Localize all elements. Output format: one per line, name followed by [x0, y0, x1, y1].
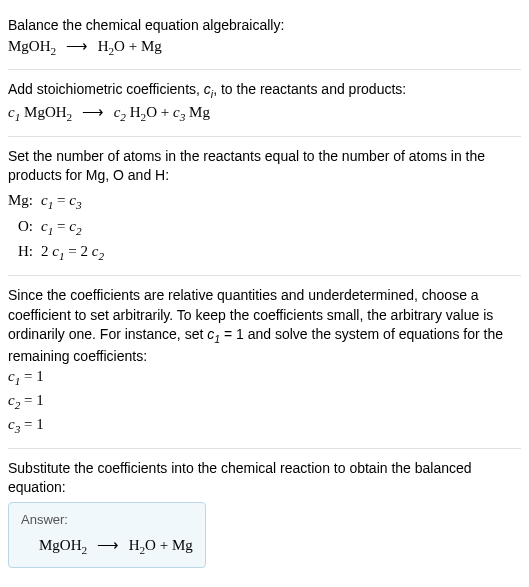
elem-h: H: — [8, 241, 33, 265]
ans-lhs-t: MgOH — [39, 537, 82, 553]
eq-o: c1 = c2 — [41, 216, 104, 240]
set-eq: = 1 — [220, 326, 244, 342]
section-atom-balance: Set the number of atoms in the reactants… — [8, 137, 521, 276]
ans-rhs: H2O + Mg — [129, 537, 193, 553]
r3-c: c — [8, 416, 15, 432]
o-lc: c — [41, 218, 48, 234]
ans-lhs-sub: 2 — [82, 544, 88, 556]
c1: c1 — [8, 104, 20, 120]
reaction-arrow: ⟶ — [66, 38, 88, 54]
sp2a: H — [126, 104, 141, 120]
text-part2: , to the reactants and products: — [213, 81, 406, 97]
c2: c2 — [114, 104, 126, 120]
ans-arrow: ⟶ — [97, 537, 119, 553]
o-rsub: 2 — [76, 225, 82, 237]
eq-h: 2 c1 = 2 c2 — [41, 241, 104, 265]
reaction-arrow-2: ⟶ — [82, 104, 104, 120]
problem-prompt: Balance the chemical equation algebraica… — [8, 16, 521, 36]
atom-balance-intro: Set the number of atoms in the reactants… — [8, 147, 521, 186]
elem-o: O: — [8, 216, 33, 240]
h-lc: c — [52, 243, 59, 259]
coef-equation: c1 MgOH2 ⟶ c2 H2O + c3 Mg — [8, 102, 521, 126]
h-lpre: 2 — [41, 243, 52, 259]
o-eq: = — [53, 218, 69, 234]
coef-results: c1 = 1 c2 = 1 c3 = 1 — [8, 366, 521, 437]
solve-text: Since the coefficients are relative quan… — [8, 286, 521, 366]
unbalanced-equation: MgOH2 ⟶ H2O + Mg — [8, 36, 521, 60]
r1-val: = 1 — [20, 368, 43, 384]
o-rc: c — [69, 218, 76, 234]
section-answer: Substitute the coefficients into the che… — [8, 449, 521, 578]
r1-c: c — [8, 368, 15, 384]
ci-c: c — [204, 81, 211, 97]
ans-rhs-rest: O + Mg — [145, 537, 193, 553]
h-rsub: 2 — [98, 250, 104, 262]
result-c2: c2 = 1 — [8, 390, 521, 414]
section-add-coefficients: Add stoichiometric coefficients, ci, to … — [8, 70, 521, 136]
lhs-species: MgOH2 — [8, 38, 56, 54]
c3: c3 — [173, 104, 185, 120]
mg-eq: = — [53, 192, 69, 208]
text-part1: Add stoichiometric coefficients, — [8, 81, 204, 97]
h-eq: = — [65, 243, 81, 259]
eq-mg: c1 = c3 — [41, 190, 104, 214]
ans-lhs: MgOH2 — [39, 537, 87, 553]
ans-rhs-h: H — [129, 537, 140, 553]
section-solve: Since the coefficients are relative quan… — [8, 276, 521, 449]
ci-symbol: ci — [204, 81, 213, 97]
mg-rsub: 3 — [76, 199, 82, 211]
answer-box: Answer: MgOH2 ⟶ H2O + Mg — [8, 502, 206, 568]
c3-c: c — [173, 104, 180, 120]
r2-c: c — [8, 392, 15, 408]
sp1-sub: 2 — [67, 111, 73, 123]
sp2b: O + — [146, 104, 173, 120]
add-coef-text: Add stoichiometric coefficients, ci, to … — [8, 80, 521, 101]
sp3: Mg — [185, 104, 210, 120]
section-problem: Balance the chemical equation algebraica… — [8, 6, 521, 70]
mg-lc: c — [41, 192, 48, 208]
result-c1: c1 = 1 — [8, 366, 521, 390]
rhs-rest: O + Mg — [114, 38, 162, 54]
answer-label: Answer: — [21, 511, 193, 529]
answer-equation: MgOH2 ⟶ H2O + Mg — [21, 535, 193, 559]
rhs-h: H — [98, 38, 109, 54]
r3-val: = 1 — [20, 416, 43, 432]
rhs-species: H2O + Mg — [98, 38, 162, 54]
h-rpre: 2 — [81, 243, 92, 259]
r2-val: = 1 — [20, 392, 43, 408]
c1-c: c — [8, 104, 15, 120]
elem-mg: Mg: — [8, 190, 33, 214]
answer-intro: Substitute the coefficients into the che… — [8, 459, 521, 498]
atom-balance-table: Mg: c1 = c3 O: c1 = c2 H: 2 c1 = 2 c2 — [8, 190, 521, 265]
sp1: MgOH — [20, 104, 66, 120]
mg-rc: c — [69, 192, 76, 208]
lhs-text: MgOH — [8, 38, 51, 54]
lhs-sub: 2 — [51, 45, 57, 57]
result-c3: c3 = 1 — [8, 414, 521, 438]
